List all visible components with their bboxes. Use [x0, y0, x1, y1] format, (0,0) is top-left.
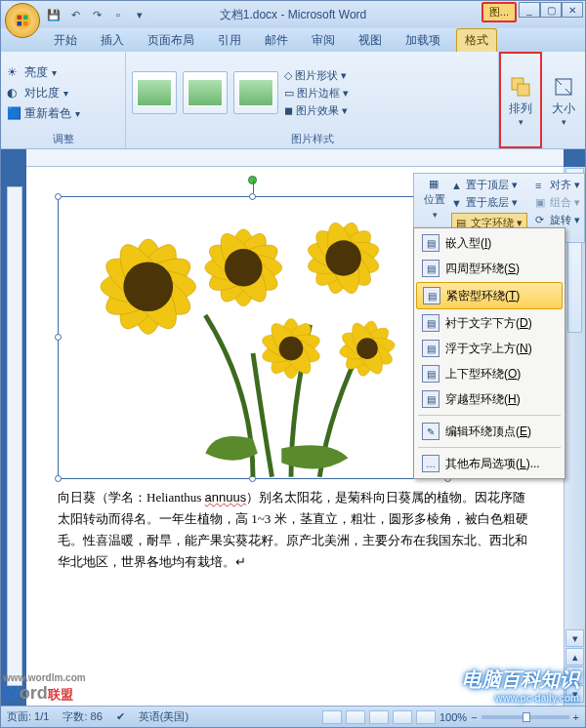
tab-mail[interactable]: 邮件: [257, 29, 296, 52]
arrange-icon: [509, 75, 532, 99]
contrast-icon: ◐: [7, 86, 21, 100]
svg-rect-6: [518, 84, 529, 96]
bring-front-button[interactable]: ▲置于顶层 ▾: [451, 178, 518, 192]
zoom-slider[interactable]: [481, 715, 569, 719]
svg-point-14: [123, 262, 173, 311]
selected-image-frame[interactable]: [58, 196, 448, 479]
qat-dropdown-icon[interactable]: ▾: [132, 7, 147, 22]
arrange-button[interactable]: 排列▾: [507, 71, 534, 131]
view-web[interactable]: [369, 710, 389, 724]
picture-effects-button[interactable]: ◼图片效果 ▾: [284, 103, 349, 118]
wrap-topbottom[interactable]: ▤上下型环绕(O): [416, 361, 563, 386]
send-back-button[interactable]: ▼置于底层 ▾: [451, 195, 518, 210]
svg-point-40: [356, 338, 378, 359]
wrap-behind-icon: ▤: [422, 314, 440, 332]
vertical-ruler[interactable]: [7, 186, 22, 686]
tab-layout[interactable]: 页面布局: [140, 29, 202, 52]
picture-tools-chip[interactable]: 图...: [481, 2, 517, 22]
svg-point-34: [279, 337, 304, 361]
group-button[interactable]: ▣组合 ▾: [535, 195, 580, 210]
zoom-in-button[interactable]: +: [573, 711, 579, 723]
contrast-button[interactable]: ◐对比度▾: [7, 85, 80, 101]
view-outline[interactable]: [393, 710, 412, 724]
group-adjust-label: 调整: [7, 130, 119, 146]
rotate-button[interactable]: ⟳旋转 ▾: [535, 213, 580, 227]
style-thumb-1[interactable]: [132, 71, 177, 114]
view-fullscreen[interactable]: [346, 710, 365, 724]
flower-3: [305, 220, 382, 297]
app-window: 💾 ↶ ↷ ▫ ▾ 文档1.docx - Microsoft Word 图...…: [0, 0, 586, 728]
view-print-layout[interactable]: [322, 710, 342, 724]
svg-rect-3: [18, 21, 22, 26]
view-draft[interactable]: [416, 710, 436, 724]
zoom-level[interactable]: 100%: [440, 711, 467, 723]
wrap-front[interactable]: ▤浮于文字上方(N): [416, 336, 563, 361]
svg-rect-4: [23, 21, 28, 26]
wrap-inline[interactable]: ▤嵌入型(I): [416, 230, 563, 256]
new-icon[interactable]: ▫: [110, 7, 126, 22]
wrap-through[interactable]: ▤穿越型环绕(H): [416, 386, 563, 412]
style-gallery[interactable]: [132, 71, 278, 114]
brightness-icon: ☀: [7, 65, 21, 79]
brightness-button[interactable]: ☀亮度▾: [7, 64, 80, 81]
horizontal-ruler[interactable]: [26, 149, 564, 167]
tab-review[interactable]: 审阅: [304, 29, 343, 52]
scroll-down-button[interactable]: ▾: [565, 629, 584, 647]
save-icon[interactable]: 💾: [46, 7, 62, 22]
tab-format[interactable]: 格式: [456, 28, 497, 52]
office-button[interactable]: [5, 3, 40, 38]
tab-references[interactable]: 引用: [210, 29, 249, 52]
size-button[interactable]: 大小▾: [548, 71, 579, 131]
watermark-left: www.wordlm.com WWordord联盟: [3, 676, 86, 704]
align-button[interactable]: ≡对齐 ▾: [535, 178, 580, 192]
wrap-square[interactable]: ▤四周型环绕(S): [416, 256, 563, 281]
resize-handle-bl[interactable]: [55, 475, 62, 482]
wrap-edit-points[interactable]: ✎编辑环绕顶点(E): [416, 419, 563, 444]
style-thumb-2[interactable]: [183, 71, 228, 114]
close-button[interactable]: ✕: [562, 2, 583, 18]
minimize-button[interactable]: _: [519, 2, 540, 18]
zoom-out-button[interactable]: −: [471, 711, 477, 723]
group-picture-styles: ◇图片形状 ▾ ▭图片边框 ▾ ◼图片效果 ▾ 图片样式: [126, 52, 499, 148]
redo-icon[interactable]: ↷: [89, 7, 105, 22]
ribbon: ☀亮度▾ ◐对比度▾ 🟦重新着色▾ 调整 ◇图片形状 ▾ ▭图片边框 ▾ ◼图片…: [1, 52, 585, 149]
picture-border-button[interactable]: ▭图片边框 ▾: [284, 86, 349, 101]
status-proof-icon[interactable]: ✔: [116, 710, 125, 723]
group-arrange: 排列▾: [499, 52, 542, 148]
tab-home[interactable]: 开始: [46, 29, 85, 52]
maximize-button[interactable]: ▢: [540, 2, 562, 18]
recolor-icon: 🟦: [7, 106, 21, 120]
wrap-more-icon: …: [422, 455, 440, 472]
wrap-topbottom-icon: ▤: [422, 365, 440, 383]
recolor-button[interactable]: 🟦重新着色▾: [7, 105, 80, 122]
group-icon: ▣: [535, 197, 547, 209]
resize-handle-tm[interactable]: [249, 193, 256, 200]
status-words[interactable]: 字数: 86: [63, 709, 102, 724]
sunflower-image: [63, 201, 443, 477]
vertical-ruler-gutter: [1, 167, 26, 706]
wrap-more-options[interactable]: …其他布局选项(L)...: [416, 451, 563, 476]
wrap-tight[interactable]: ▤紧密型环绕(T): [416, 282, 563, 309]
effects-icon: ◼: [284, 104, 293, 117]
resize-handle-ml[interactable]: [55, 334, 62, 341]
wrap-behind[interactable]: ▤衬于文字下方(D): [416, 310, 563, 336]
group-adjust: ☀亮度▾ ◐对比度▾ 🟦重新着色▾ 调整: [1, 52, 126, 148]
style-thumb-3[interactable]: [233, 71, 278, 114]
prev-page-button[interactable]: ▴: [565, 648, 584, 666]
status-page[interactable]: 页面: 1/1: [7, 709, 49, 724]
svg-point-0: [14, 12, 31, 29]
picture-shape-button[interactable]: ◇图片形状 ▾: [284, 68, 349, 83]
position-button[interactable]: 位置: [424, 192, 445, 207]
resize-handle-tl[interactable]: [55, 193, 62, 200]
border-icon: ▭: [284, 87, 294, 100]
tab-insert[interactable]: 插入: [93, 29, 132, 52]
wrap-inline-icon: ▤: [422, 234, 440, 252]
shape-icon: ◇: [284, 69, 292, 82]
tab-view[interactable]: 视图: [351, 29, 390, 52]
vertical-scrollbar[interactable]: ▴ ▾ ▴ ◦ ▾: [564, 167, 585, 706]
tab-addins[interactable]: 加载项: [398, 29, 448, 52]
status-language[interactable]: 英语(美国): [139, 709, 188, 724]
zoom-knob[interactable]: [523, 712, 530, 722]
document-text[interactable]: 向日葵（学名：Helianthus annuus）别名太阳花，是菊科向日葵属的植…: [58, 487, 534, 573]
undo-icon[interactable]: ↶: [67, 7, 83, 22]
